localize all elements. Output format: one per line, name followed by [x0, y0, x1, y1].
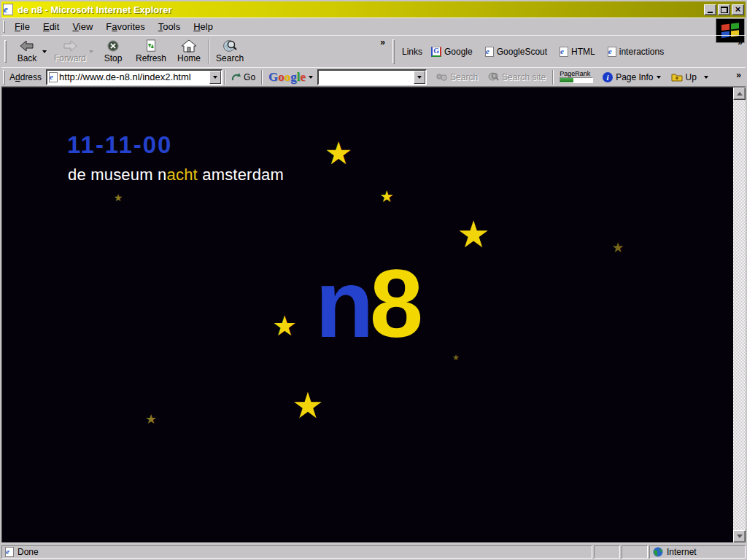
back-dropdown[interactable]: [40, 50, 49, 53]
stop-button[interactable]: Stop: [96, 39, 131, 64]
star-icon: ★: [114, 192, 123, 203]
toolbar-gripper[interactable]: [4, 40, 7, 62]
status-text: Done: [18, 547, 39, 557]
restore-button[interactable]: [718, 4, 730, 15]
page-content: ★★★★★★★★★ 11-11-00 de museum nacht amste…: [1, 87, 746, 542]
address-label: Address: [9, 72, 42, 82]
security-zone-panel: Internet: [649, 545, 746, 559]
links-bar: Links G Google e GoogleScout e HTML e in…: [398, 36, 746, 67]
info-icon: i: [603, 72, 613, 82]
addressbar-gripper[interactable]: [3, 70, 5, 85]
zone-text: Internet: [667, 547, 697, 557]
status-message-panel: e Done: [1, 545, 592, 559]
links-overflow-chevron[interactable]: »: [738, 38, 743, 47]
home-icon: [181, 39, 197, 52]
status-spacer-panel-2: [622, 545, 648, 559]
google-search-combobox: [317, 69, 427, 85]
go-arrow-icon: [231, 72, 241, 82]
google-toolbar-logo[interactable]: Google: [264, 70, 317, 85]
link-html[interactable]: e HTML: [560, 47, 595, 57]
ie-page-icon: e: [560, 47, 568, 57]
toolbar-overflow-chevron[interactable]: »: [380, 38, 385, 47]
forward-button[interactable]: Forward: [49, 39, 91, 64]
status-spacer-panel-1: [594, 545, 620, 559]
star-icon: ★: [452, 354, 460, 362]
chevron-down-icon: [417, 76, 422, 79]
ie-page-icon: e: [608, 47, 616, 57]
address-separator: [224, 70, 225, 85]
event-date: 11-11-00: [67, 131, 172, 159]
menubar-gripper[interactable]: [3, 20, 5, 32]
chevron-down-icon: [213, 76, 217, 79]
browser-window: e de n8 - Microsoft Internet Explorer × …: [0, 0, 747, 560]
refresh-icon: [144, 39, 158, 52]
pagerank-indicator[interactable]: PageRank: [560, 71, 593, 83]
star-icon: ★: [292, 388, 324, 424]
restore-icon: [721, 7, 728, 13]
link-googlescout[interactable]: e GoogleScout: [485, 47, 547, 57]
forward-arrow-icon: [62, 39, 78, 52]
ie-page-icon: e: [49, 72, 58, 82]
back-arrow-icon: [19, 39, 35, 52]
go-button[interactable]: Go: [227, 71, 260, 84]
address-combobox: e: [46, 69, 222, 85]
search-button[interactable]: Search: [211, 39, 249, 64]
google-search-site-button[interactable]: Search site: [483, 72, 551, 82]
addressbar-overflow-chevron[interactable]: »: [736, 71, 741, 79]
menu-favorites[interactable]: Favorites: [99, 19, 151, 34]
page-info-button[interactable]: i Page Info: [597, 72, 665, 82]
menu-help[interactable]: Help: [187, 19, 220, 34]
google-search-icon: [436, 73, 447, 82]
stop-icon: [106, 39, 120, 52]
address-input[interactable]: [58, 71, 209, 82]
ie-logo-letter: e: [4, 4, 8, 15]
google-search-dropdown-button[interactable]: [414, 71, 425, 84]
vertical-scrollbar[interactable]: [733, 88, 746, 542]
minimize-button[interactable]: [704, 4, 716, 15]
menu-edit[interactable]: Edit: [36, 19, 66, 34]
chevron-down-icon: [309, 76, 313, 79]
google-logo-text: Google: [268, 70, 306, 85]
search-icon: [222, 39, 238, 52]
back-button[interactable]: Back: [9, 39, 44, 64]
forward-dropdown[interactable]: [87, 50, 96, 53]
link-google[interactable]: G Google: [431, 47, 473, 57]
search-site-icon: [488, 72, 499, 82]
address-bar: Address e Go Google: [1, 67, 746, 87]
standard-toolbar: Back Forward Stop: [1, 35, 746, 67]
ie-page-icon: e: [485, 47, 494, 57]
refresh-button[interactable]: Refresh: [131, 39, 171, 64]
menu-file[interactable]: File: [8, 19, 36, 34]
standard-buttons-section: Back Forward Stop: [1, 36, 391, 67]
star-icon: ★: [272, 312, 297, 340]
window-title: de n8 - Microsoft Internet Explorer: [18, 4, 704, 15]
google-favicon: G: [431, 47, 441, 57]
ie-window-icon: e: [3, 4, 15, 15]
home-button[interactable]: Home: [171, 39, 206, 64]
chevron-down-icon: [89, 50, 93, 53]
n8-logo: n8: [315, 256, 419, 352]
pagerank-fill: [560, 78, 573, 82]
scroll-up-button[interactable]: [733, 88, 746, 100]
chevron-down-icon: [657, 76, 661, 79]
up-folder-icon: [671, 72, 683, 82]
scroll-down-button[interactable]: [733, 530, 746, 542]
address-dropdown-button[interactable]: [209, 71, 221, 84]
close-button[interactable]: ×: [732, 4, 744, 15]
up-button[interactable]: Up: [666, 72, 713, 82]
google-search-button[interactable]: Search: [431, 72, 483, 82]
chevron-down-icon: [704, 76, 708, 79]
link-interactions[interactable]: e interactions: [608, 47, 664, 57]
pagerank-bar: [560, 77, 593, 83]
pagerank-separator: [552, 70, 554, 85]
star-icon: ★: [325, 138, 353, 169]
scroll-down-icon: [737, 534, 743, 538]
links-bar-gripper[interactable]: [392, 39, 395, 64]
menu-view[interactable]: View: [66, 19, 99, 34]
ie-page-icon: e: [5, 547, 14, 557]
star-icon: ★: [145, 413, 157, 426]
star-icon: ★: [611, 241, 624, 254]
menu-tools[interactable]: Tools: [152, 19, 187, 34]
links-label: Links: [402, 47, 422, 57]
google-search-input[interactable]: [319, 71, 414, 82]
